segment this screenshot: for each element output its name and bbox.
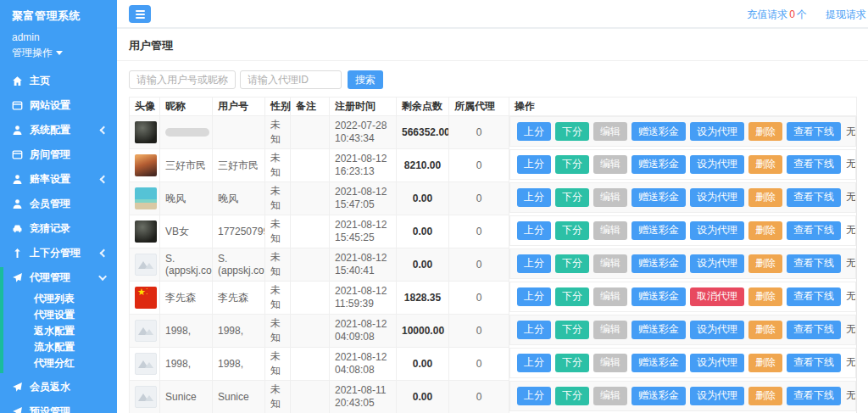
delete-button[interactable]: 删除 — [748, 155, 782, 174]
edit-button[interactable]: 编辑 — [593, 221, 627, 240]
view-downline-button[interactable]: 查看下线 — [787, 155, 841, 174]
delete-button[interactable]: 删除 — [748, 387, 782, 405]
down-score-button[interactable]: 下分 — [555, 254, 589, 273]
set-agent-button[interactable]: 设为代理 — [690, 321, 744, 339]
set-agent-button[interactable]: 设为代理 — [690, 221, 744, 240]
view-downline-button[interactable]: 查看下线 — [787, 122, 841, 141]
down-score-button[interactable]: 下分 — [555, 354, 589, 372]
down-score-button[interactable]: 下分 — [555, 188, 589, 207]
sidebar-item-odds-settings[interactable]: 赔率设置 — [0, 167, 117, 192]
up-score-button[interactable]: 上分 — [517, 221, 551, 240]
sidebar-subitem-agent-settings[interactable]: 代理设置 — [0, 307, 117, 323]
sidebar-item-home[interactable]: 主页 — [0, 69, 117, 93]
view-downline-button[interactable]: 查看下线 — [787, 188, 841, 207]
up-score-button[interactable]: 上分 — [517, 354, 551, 372]
withdraw-requests-link[interactable]: 提现请求 — [826, 8, 866, 22]
sidebar-item-system-config[interactable]: 系统配置 — [0, 118, 117, 142]
sidebar-item-room-management[interactable]: 房间管理 — [0, 142, 117, 167]
no-upline-label: 无上线 — [846, 289, 856, 304]
down-score-button[interactable]: 下分 — [555, 122, 589, 141]
up-score-button[interactable]: 上分 — [517, 155, 551, 174]
column-header: 昵称 — [160, 98, 213, 116]
edit-button[interactable]: 编辑 — [593, 287, 627, 306]
sidebar-item-agent-management[interactable]: 代理管理 — [0, 265, 117, 290]
no-upline-label: 无上线 — [846, 322, 856, 337]
table-row: 三好市民三好市民未知2021-08-1216:23:138210.000上分下分… — [130, 149, 857, 182]
sidebar-item-bet-records[interactable]: 竞猜记录 — [0, 216, 117, 241]
edit-button[interactable]: 编辑 — [593, 122, 627, 141]
delete-button[interactable]: 删除 — [748, 354, 782, 372]
no-upline-label: 无上线 — [846, 157, 856, 171]
sidebar-item-member-management[interactable]: 会员管理 — [0, 192, 117, 216]
edit-button[interactable]: 编辑 — [593, 155, 627, 174]
delete-button[interactable]: 删除 — [748, 122, 782, 141]
down-score-button[interactable]: 下分 — [555, 287, 589, 306]
gift-bonus-button[interactable]: 赠送彩金 — [632, 188, 686, 207]
topbar-links: 充值请求0个 提现请求 — [747, 0, 868, 29]
sidebar-item-member-rebate[interactable]: 会员返水 — [0, 375, 117, 399]
gift-bonus-button[interactable]: 赠送彩金 — [632, 221, 686, 240]
search-button[interactable]: 搜索 — [348, 70, 383, 89]
view-downline-button[interactable]: 查看下线 — [787, 354, 841, 372]
down-score-button[interactable]: 下分 — [555, 155, 589, 174]
remark-cell — [291, 248, 330, 282]
set-agent-button[interactable]: 设为代理 — [690, 188, 744, 207]
gift-bonus-button[interactable]: 赠送彩金 — [632, 287, 686, 306]
gift-bonus-button[interactable]: 赠送彩金 — [632, 155, 686, 174]
set-agent-button[interactable]: 设为代理 — [690, 155, 744, 174]
delete-button[interactable]: 删除 — [748, 254, 782, 273]
gift-bonus-button[interactable]: 赠送彩金 — [632, 321, 686, 339]
sidebar-subitem-agent-dividend[interactable]: 代理分红 — [0, 355, 117, 371]
gift-bonus-button[interactable]: 赠送彩金 — [632, 122, 686, 141]
up-score-button[interactable]: 上分 — [517, 321, 551, 339]
sidebar-subitem-flow-config[interactable]: 流水配置 — [0, 339, 117, 355]
view-downline-button[interactable]: 查看下线 — [787, 287, 841, 306]
delete-button[interactable]: 删除 — [748, 221, 782, 240]
agent-id-search-input[interactable] — [240, 70, 342, 89]
down-score-button[interactable]: 下分 — [555, 321, 589, 339]
gift-bonus-button[interactable]: 赠送彩金 — [632, 387, 686, 405]
set-agent-button[interactable]: 设为代理 — [690, 354, 744, 372]
sidebar-group-member-rebate: 会员返水 — [0, 375, 117, 399]
edit-button[interactable]: 编辑 — [593, 354, 627, 372]
sidebar-item-label: 房间管理 — [30, 148, 107, 162]
sidebar-item-site-settings[interactable]: 网站设置 — [0, 93, 117, 118]
down-score-button[interactable]: 下分 — [555, 387, 589, 405]
gift-bonus-button[interactable]: 赠送彩金 — [632, 354, 686, 372]
sidebar-item-preset-management[interactable]: 预设管理 — [0, 399, 117, 413]
up-score-button[interactable]: 上分 — [517, 287, 551, 306]
user-search-input[interactable] — [129, 70, 236, 89]
gift-bonus-button[interactable]: 赠送彩金 — [632, 254, 686, 273]
up-score-button[interactable]: 上分 — [517, 122, 551, 141]
cancel-agent-button[interactable]: 取消代理 — [690, 287, 744, 306]
delete-button[interactable]: 删除 — [748, 321, 782, 339]
set-agent-button[interactable]: 设为代理 — [690, 122, 744, 141]
delete-button[interactable]: 删除 — [748, 188, 782, 207]
user-avatar — [135, 220, 157, 243]
down-score-button[interactable]: 下分 — [555, 221, 589, 240]
reg-time-cell: 2021-08-1211:59:39 — [330, 282, 397, 315]
sidebar-subitem-agent-list[interactable]: 代理列表 — [0, 291, 117, 307]
up-score-button[interactable]: 上分 — [517, 188, 551, 207]
delete-button[interactable]: 删除 — [748, 287, 782, 306]
view-downline-button[interactable]: 查看下线 — [787, 221, 841, 240]
edit-button[interactable]: 编辑 — [593, 321, 627, 339]
admin-operations-menu[interactable]: 管理操作 — [0, 43, 117, 65]
user-no-cell: S.(appskj.com — [213, 248, 265, 282]
view-downline-button[interactable]: 查看下线 — [787, 254, 841, 273]
sidebar-item-label: 网站设置 — [30, 98, 107, 113]
sidebar-toggle-button[interactable] — [129, 5, 151, 23]
up-score-button[interactable]: 上分 — [517, 254, 551, 273]
view-downline-button[interactable]: 查看下线 — [787, 321, 841, 339]
up-score-button[interactable]: 上分 — [517, 387, 551, 405]
set-agent-button[interactable]: 设为代理 — [690, 387, 744, 405]
edit-button[interactable]: 编辑 — [593, 254, 627, 273]
view-downline-button[interactable]: 查看下线 — [787, 387, 841, 405]
sidebar-item-score-management[interactable]: 上下分管理 — [0, 241, 117, 265]
sidebar-subitem-rebate-config[interactable]: 返水配置 — [0, 323, 117, 339]
agent-cell: 0 — [449, 381, 509, 413]
edit-button[interactable]: 编辑 — [593, 387, 627, 405]
set-agent-button[interactable]: 设为代理 — [690, 254, 744, 273]
edit-button[interactable]: 编辑 — [593, 188, 627, 207]
recharge-requests-link[interactable]: 充值请求0个 — [747, 8, 807, 22]
